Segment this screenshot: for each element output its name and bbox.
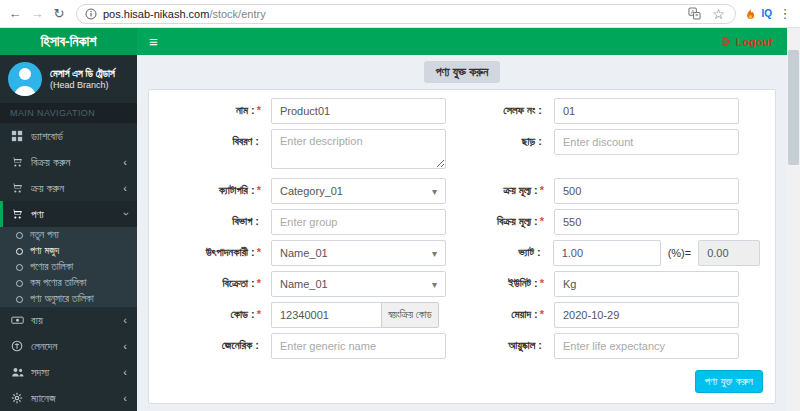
name-label: নাম :* <box>159 98 271 117</box>
chevron-left-icon: ‹ <box>123 340 127 352</box>
vendor-label: বিক্রেতা :* <box>159 271 271 290</box>
manufacturer-select[interactable]: Name_01 ▾ <box>271 240 446 266</box>
category-label: ক্যাটাগরি :* <box>159 178 271 197</box>
sidebar-item-products[interactable]: পণ্য ‹ <box>0 201 137 227</box>
app-header: হিসাব-নিকাশ ≡ Logout <box>0 28 787 55</box>
discount-label: ছাড় : <box>462 129 554 148</box>
vat-input[interactable] <box>553 240 661 266</box>
circle-icon <box>16 280 23 287</box>
forward-icon[interactable]: → <box>28 5 46 23</box>
dashboard-icon <box>10 130 24 142</box>
page-info-icon[interactable] <box>85 8 97 20</box>
page-scrollbar[interactable] <box>787 28 800 411</box>
description-label: বিবরণ : <box>159 129 271 148</box>
generic-label: জেনেরিক : <box>159 333 271 352</box>
chevron-left-icon: ‹ <box>123 182 127 194</box>
code-label: কোড :* <box>159 302 271 321</box>
category-select[interactable]: Category_01 ▾ <box>271 178 446 204</box>
description-textarea[interactable] <box>271 129 446 169</box>
user-name: মেসার্স এস ডি ট্রেডার্স <box>50 68 115 80</box>
sidebar-subitem-product-list[interactable]: পণ্যের তালিকা <box>0 259 137 275</box>
caret-down-icon: ▾ <box>432 279 437 290</box>
logout-button[interactable]: Logout <box>721 36 787 48</box>
circle-icon <box>16 248 23 255</box>
chevron-down-icon: ‹ <box>119 212 131 216</box>
page-title: পণ্য যুক্ত করুন <box>424 61 501 83</box>
vendor-select[interactable]: Name_01 ▾ <box>271 271 446 297</box>
user-panel: মেসার্স এস ডি ট্রেডার্স (Head Branch) <box>0 55 137 103</box>
shelf-no-label: সেলফ নং : <box>462 98 554 117</box>
sidebar-subitem-list-by-product[interactable]: পণ্য অনুসারে তালিকা <box>0 291 137 307</box>
sidebar-item-members[interactable]: সদস্য ‹ <box>0 359 137 385</box>
unit-input[interactable] <box>554 271 739 297</box>
brand-logo[interactable]: হিসাব-নিকাশ <box>0 28 137 55</box>
purchase-price-input[interactable] <box>554 178 739 204</box>
chevron-left-icon: ‹ <box>123 156 127 168</box>
main-content: পণ্য যুক্ত করুন নাম :* সেলফ নং : বিবরণ : <box>137 55 787 411</box>
discount-input[interactable] <box>554 129 739 155</box>
avatar <box>8 62 42 96</box>
reload-icon[interactable]: ↻ <box>50 5 68 23</box>
unit-label: ইউনিট :* <box>462 271 554 290</box>
browser-menu-dots-icon[interactable]: ⋮ <box>776 5 794 23</box>
money-icon <box>10 314 24 326</box>
sidebar-item-expense[interactable]: ব্যয় ‹ <box>0 307 137 333</box>
group-input[interactable] <box>271 209 446 235</box>
circle-icon <box>16 232 23 239</box>
chevron-left-icon: ‹ <box>123 366 127 378</box>
gear-icon <box>10 392 24 404</box>
logout-icon <box>721 36 732 47</box>
circle-icon <box>16 264 23 271</box>
vat-percent-label: (%)= <box>668 247 692 259</box>
life-expectancy-input[interactable] <box>554 333 739 359</box>
sidebar-toggle-icon[interactable]: ≡ <box>137 33 170 50</box>
user-branch: (Head Branch) <box>50 80 115 91</box>
cart-icon <box>10 156 24 168</box>
sidebar-item-sell[interactable]: বিক্রয় করুন ‹ <box>0 149 137 175</box>
lifespan-label: আয়ুষ্কাল : <box>462 333 554 352</box>
auto-code-button[interactable]: স্বয়ংক্রিয় কোড <box>381 302 439 328</box>
bookmark-star-icon[interactable]: ☆ <box>709 5 727 23</box>
translate-icon[interactable]: A <box>688 7 701 20</box>
code-input[interactable] <box>271 302 381 328</box>
url-text[interactable]: pos.hisab-nikash.com/stock/entry <box>103 8 266 20</box>
circle-icon <box>16 296 23 303</box>
iq-extension-icon[interactable]: IQ <box>761 8 772 19</box>
vat-percent-output <box>698 240 760 266</box>
add-product-submit-button[interactable]: পণ্য যুক্ত করুন <box>695 370 763 393</box>
users-icon <box>10 366 24 378</box>
sidebar-item-dashboard[interactable]: ড্যাশবোর্ড <box>0 123 137 149</box>
sidebar-item-transactions[interactable]: লেনদেন ‹ <box>0 333 137 359</box>
chevron-left-icon: ‹ <box>123 314 127 326</box>
required-asterisk: * <box>257 104 261 116</box>
expiry-label: মেয়াদ :* <box>462 302 554 321</box>
group-label: বিভাগ : <box>159 209 271 228</box>
sidebar-item-manage[interactable]: ম্যানেজ ‹ <box>0 385 137 411</box>
manufacturer-label: উৎপাদনকারী :* <box>159 240 271 259</box>
nav-section-label: MAIN NAVIGATION <box>0 103 137 123</box>
generic-name-input[interactable] <box>271 333 446 359</box>
product-entry-form: নাম :* সেলফ নং : বিবরণ : ছাড় : <box>148 89 776 404</box>
shelf-no-input[interactable] <box>554 98 739 124</box>
name-input[interactable] <box>271 98 446 124</box>
scrollbar-thumb[interactable] <box>788 50 799 165</box>
vat-label: ভ্যাট : <box>462 240 553 259</box>
sidebar-subitem-product-stock[interactable]: পণ্য মজুদ <box>0 243 137 259</box>
expiry-date-input[interactable] <box>554 302 739 328</box>
sidebar-item-buy[interactable]: ক্রয় করুন ‹ <box>0 175 137 201</box>
sidebar-subitem-new-product[interactable]: নতুন পন্য <box>0 227 137 243</box>
sale-price-input[interactable] <box>554 209 739 235</box>
chevron-left-icon: ‹ <box>123 392 127 404</box>
address-bar[interactable]: pos.hisab-nikash.com/stock/entry A ☆ <box>76 4 736 24</box>
products-submenu: নতুন পন্য পণ্য মজুদ পণ্যের তালিকা কম পণ্… <box>0 227 137 307</box>
browser-toolbar: ← → ↻ pos.hisab-nikash.com/stock/entry A… <box>0 0 800 28</box>
flame-extension-icon[interactable] <box>744 7 757 21</box>
cart-icon <box>10 208 24 220</box>
sidebar-subitem-low-product-list[interactable]: কম পণ্যের তালিকা <box>0 275 137 291</box>
caret-down-icon: ▾ <box>432 248 437 259</box>
currency-coin-icon <box>10 340 24 352</box>
cart-icon <box>10 182 24 194</box>
sale-price-label: বিক্রয় মূল্য :* <box>462 209 554 228</box>
back-icon[interactable]: ← <box>6 5 24 23</box>
purchase-price-label: ক্রয় মূল্য :* <box>462 178 554 197</box>
